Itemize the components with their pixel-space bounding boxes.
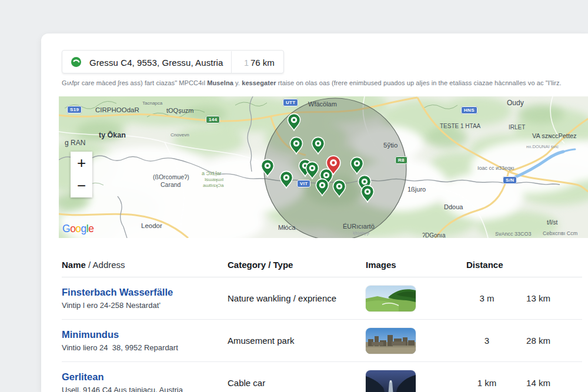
map-pin-green[interactable]: [350, 157, 363, 174]
table-row: Finsterbach Wasserfälle Vintip l ero 24-…: [62, 277, 582, 320]
description-text: Gıʌfpr care màced ʃres ass) fart ciazas"…: [62, 79, 588, 86]
place-thumbnail[interactable]: [366, 286, 416, 311]
column-header-category-type: Category / Type: [228, 260, 366, 270]
place-address: Vintio liero 24 38, 9952 Repardart: [62, 343, 228, 352]
map-pin-green[interactable]: [316, 179, 328, 196]
map-pin-green[interactable]: [306, 162, 318, 179]
map-pin-green[interactable]: [312, 137, 324, 154]
place-thumbnail[interactable]: [366, 370, 416, 392]
description-segment: kessegater: [242, 79, 276, 86]
location-value: Gressu C4, 9553, Gressu, Austria: [89, 58, 223, 68]
distance-secondary: 14 km: [507, 378, 569, 388]
location-status-icon: [71, 57, 81, 67]
place-name-link[interactable]: Finsterbach Wasserfälle: [62, 287, 228, 298]
zoom-out-button[interactable]: −: [71, 175, 92, 197]
distance-secondary: 13 km: [507, 293, 569, 303]
place-category: Nature wankling / exprience: [228, 293, 366, 303]
name-address-cell: Gerlitean Usell, 9146 C4 Aus tainiacu, A…: [62, 371, 228, 392]
table-row: Minimundus Vintio liero 24 38, 9952 Repa…: [62, 320, 582, 362]
place-thumbnail[interactable]: [366, 328, 416, 354]
column-header-images: Images: [366, 260, 466, 270]
images-cell: [366, 328, 466, 354]
map-zoom-control: + −: [71, 152, 92, 197]
images-cell: [366, 286, 466, 311]
results-table: Name / Address Category / Type Images Di…: [62, 260, 582, 392]
images-cell: [366, 370, 466, 392]
place-address: Vintip l ero 24-258 Nestardatʼ: [62, 301, 228, 310]
name-address-cell: Finsterbach Wasserfälle Vintip l ero 24-…: [62, 287, 228, 310]
map[interactable]: CIRPHOOdaRTacnapcatOQșuzmty Ōkang RANCno…: [59, 96, 588, 238]
location-search-box[interactable]: Gressu C4, 9553, Gressu, Austria 1 76 km: [62, 50, 284, 73]
place-name-link[interactable]: Minimundus: [62, 329, 228, 340]
description-segment: y.: [233, 79, 242, 86]
place-category: Cable car: [228, 378, 366, 388]
distance-primary: 3 m: [466, 293, 507, 303]
description-segment: Muselna: [207, 79, 233, 86]
column-header-distance: Distance: [466, 260, 582, 270]
distance-primary: 3: [466, 336, 507, 346]
content-card: Gressu C4, 9553, Gressu, Austria 1 76 km…: [41, 33, 588, 392]
place-name-link[interactable]: Gerlitean: [62, 371, 228, 383]
map-pin-green[interactable]: [290, 137, 302, 154]
distance-primary: 1 km: [466, 378, 507, 388]
map-pin-green[interactable]: [261, 159, 273, 176]
distance-secondary: 28 km: [507, 336, 569, 346]
map-pin-green[interactable]: [333, 180, 345, 197]
description-segment: rtaise on olas oas (frere enimbused puad…: [276, 79, 562, 86]
zoom-in-button[interactable]: +: [71, 152, 92, 175]
name-address-cell: Minimundus Vintio liero 24 38, 9952 Repa…: [62, 329, 228, 352]
place-category: Amusement park: [228, 336, 366, 346]
radius-value: 76 km: [250, 58, 275, 68]
place-address: Usell, 9146 C4 Aus tainiacu, Austria: [62, 386, 228, 392]
google-logo[interactable]: Google: [62, 223, 93, 235]
search-divider: [231, 51, 232, 73]
map-pin-green[interactable]: [280, 171, 292, 188]
map-pins-svg: [59, 96, 588, 238]
table-row: Gerlitean Usell, 9146 C4 Aus tainiacu, A…: [62, 362, 582, 392]
table-body: Finsterbach Wasserfälle Vintip l ero 24-…: [62, 277, 582, 392]
column-header-name-address: Name / Address: [62, 260, 228, 270]
description-segment: Gıʌfpr care màced ʃres ass) fart ciazas"…: [62, 79, 207, 86]
table-header: Name / Address Category / Type Images Di…: [62, 260, 582, 277]
radius-prefix: 1: [244, 58, 249, 68]
map-pin-green[interactable]: [288, 113, 300, 130]
map-pin-green[interactable]: [361, 185, 373, 202]
